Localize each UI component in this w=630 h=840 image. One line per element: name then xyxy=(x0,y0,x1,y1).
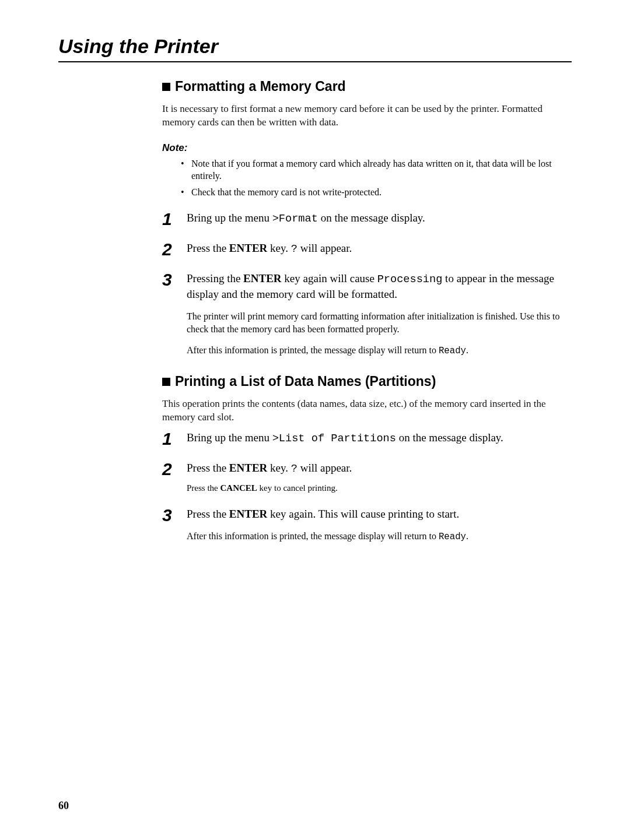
note-list: Note that if you format a memory card wh… xyxy=(162,157,566,199)
step-number: 3 xyxy=(162,271,187,289)
section-heading-formatting: Formatting a Memory Card xyxy=(162,79,566,94)
step-3: 3 Press the ENTER key again. This will c… xyxy=(162,507,566,544)
prompt-code: ? xyxy=(291,242,298,255)
step-text-post: will appear. xyxy=(298,462,352,474)
note-label: Note: xyxy=(162,142,566,154)
step-number: 3 xyxy=(162,507,187,524)
section-heading-printing: Printing a List of Data Names (Partition… xyxy=(162,374,566,389)
status-code: Processing xyxy=(377,273,443,286)
step-text: Press the ENTER key. ? will appear. xyxy=(187,461,566,476)
sub-text-pre: After this information is printed, the m… xyxy=(187,531,439,541)
step-text-pre: Bring up the menu xyxy=(187,212,272,224)
page-number: 60 xyxy=(58,800,69,812)
prompt-code: ? xyxy=(291,462,298,475)
step-body: Pressing the ENTER key again will cause … xyxy=(187,271,566,357)
key-name: ENTER xyxy=(229,508,267,520)
step-text-mid: key. xyxy=(267,242,290,254)
sub-text-pre: Press the xyxy=(187,483,220,493)
step-2: 2 Press the ENTER key. ? will appear. Pr… xyxy=(162,461,566,494)
section1-intro: It is necessary to first format a new me… xyxy=(162,103,566,129)
step-3: 3 Pressing the ENTER key again will caus… xyxy=(162,271,566,357)
step-text-pre: Press the xyxy=(187,242,229,254)
note-item: Note that if you format a memory card wh… xyxy=(183,157,566,182)
sub-text-pre: After this information is printed, the m… xyxy=(187,345,439,355)
key-name: ENTER xyxy=(243,272,281,284)
sub-text-post: . xyxy=(466,531,468,541)
step-body: Bring up the menu >List of Partitions on… xyxy=(187,430,566,446)
sub-text-post: key to cancel printing. xyxy=(257,483,338,493)
section2-intro: This operation prints the contents (data… xyxy=(162,398,566,424)
step-text-post: key again. This will cause printing to s… xyxy=(267,508,459,520)
step-1: 1 Bring up the menu >Format on the messa… xyxy=(162,210,566,228)
step-text: Bring up the menu >Format on the message… xyxy=(187,212,425,224)
key-name: ENTER xyxy=(229,462,267,474)
section-heading-text: Printing a List of Data Names (Partition… xyxy=(175,374,436,389)
step-text-pre: Bring up the menu xyxy=(187,431,272,444)
step-text-mid: key. xyxy=(267,462,290,474)
step-text-pre: Pressing the xyxy=(187,272,243,284)
step-body: Press the ENTER key. ? will appear. xyxy=(187,241,566,256)
step-2: 2 Press the ENTER key. ? will appear. xyxy=(162,241,566,258)
status-code: Ready xyxy=(439,532,466,542)
step-sub-text: Press the CANCEL key to cancel printing. xyxy=(187,482,566,494)
step-text-post: on the message display. xyxy=(318,212,425,224)
key-name: ENTER xyxy=(229,242,267,254)
step-text-post: on the message display. xyxy=(396,431,503,444)
sub-text-post: . xyxy=(466,345,468,355)
status-code: Ready xyxy=(439,346,466,356)
step-number: 1 xyxy=(162,430,187,448)
square-bullet-icon xyxy=(162,378,170,386)
note-item: Check that the memory card is not write-… xyxy=(183,186,566,199)
step-text-pre: Press the xyxy=(187,462,229,474)
step-sub-text: After this information is printed, the m… xyxy=(187,344,566,357)
step-text: Press the ENTER key. ? will appear. xyxy=(187,242,352,254)
step-number: 1 xyxy=(162,210,187,228)
section-heading-text: Formatting a Memory Card xyxy=(175,79,346,94)
step-sub-text: The printer will print memory card forma… xyxy=(187,310,566,335)
step-text: Bring up the menu >List of Partitions on… xyxy=(187,431,503,444)
step-1: 1 Bring up the menu >List of Partitions … xyxy=(162,430,566,448)
main-content: Formatting a Memory Card It is necessary… xyxy=(58,79,572,544)
key-name: CANCEL xyxy=(220,483,257,493)
step-body: Press the ENTER key again. This will cau… xyxy=(187,507,566,544)
step-sub-text: After this information is printed, the m… xyxy=(187,530,566,543)
step-text-mid: key again will cause xyxy=(282,272,377,284)
step-number: 2 xyxy=(162,241,187,258)
step-text: Pressing the ENTER key again will cause … xyxy=(187,271,566,303)
menu-code: >Format xyxy=(272,212,318,225)
step-text-pre: Press the xyxy=(187,508,229,520)
step-body: Bring up the menu >Format on the message… xyxy=(187,210,566,226)
chapter-title: Using the Printer xyxy=(58,35,572,62)
step-number: 2 xyxy=(162,461,187,478)
step-body: Press the ENTER key. ? will appear. Pres… xyxy=(187,461,566,494)
square-bullet-icon xyxy=(162,83,170,91)
step-text: Press the ENTER key again. This will cau… xyxy=(187,507,566,522)
menu-code: >List of Partitions xyxy=(272,432,396,445)
step-text-post: will appear. xyxy=(298,242,352,254)
